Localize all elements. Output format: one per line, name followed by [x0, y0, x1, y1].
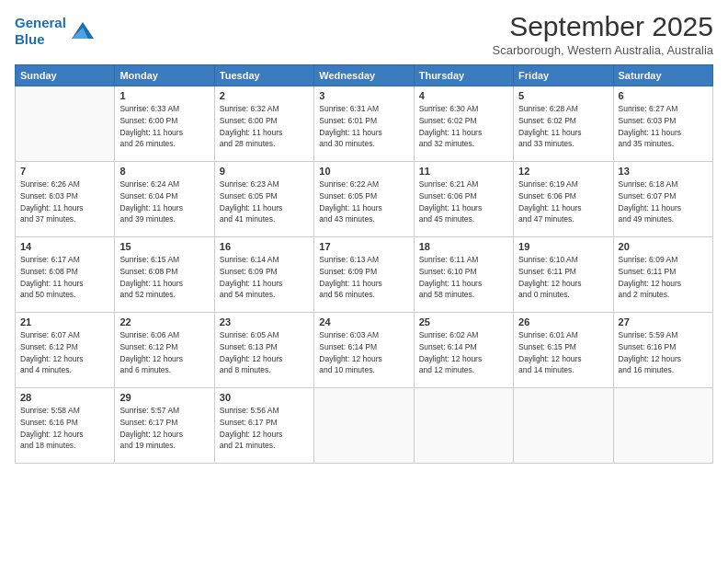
day-info: Sunrise: 6:01 AM Sunset: 6:15 PM Dayligh…: [518, 329, 608, 376]
day-info: Sunrise: 5:58 AM Sunset: 6:16 PM Dayligh…: [20, 405, 109, 452]
calendar-cell: 29Sunrise: 5:57 AM Sunset: 6:17 PM Dayli…: [115, 388, 214, 464]
day-number: 9: [220, 166, 309, 177]
calendar-cell: 7Sunrise: 6:26 AM Sunset: 6:03 PM Daylig…: [16, 162, 115, 237]
day-info: Sunrise: 6:09 AM Sunset: 6:11 PM Dayligh…: [619, 254, 708, 301]
day-number: 26: [518, 316, 608, 327]
calendar-cell: 27Sunrise: 5:59 AM Sunset: 6:16 PM Dayli…: [613, 313, 712, 388]
day-number: 11: [419, 166, 508, 177]
calendar-cell: 26Sunrise: 6:01 AM Sunset: 6:15 PM Dayli…: [514, 313, 613, 388]
calendar-week-row: 14Sunrise: 6:17 AM Sunset: 6:08 PM Dayli…: [16, 237, 713, 313]
subtitle: Scarborough, Western Australia, Australi…: [493, 43, 713, 57]
day-number: 6: [619, 90, 708, 101]
page: General Blue September 2025 Scarborough,…: [0, 0, 728, 563]
calendar-header-friday: Friday: [514, 65, 613, 86]
title-block: September 2025 Scarborough, Western Aust…: [493, 11, 713, 57]
calendar-cell: 2Sunrise: 6:32 AM Sunset: 6:00 PM Daylig…: [214, 86, 313, 162]
day-info: Sunrise: 6:13 AM Sunset: 6:09 PM Dayligh…: [319, 254, 408, 301]
day-number: 23: [220, 316, 309, 327]
calendar-cell: [613, 388, 712, 464]
month-title: September 2025: [493, 11, 713, 41]
calendar-cell: 14Sunrise: 6:17 AM Sunset: 6:08 PM Dayli…: [16, 237, 115, 313]
day-number: 3: [319, 90, 408, 101]
day-info: Sunrise: 6:22 AM Sunset: 6:05 PM Dayligh…: [319, 178, 408, 225]
header: General Blue September 2025 Scarborough,…: [15, 11, 713, 57]
calendar-cell: 16Sunrise: 6:14 AM Sunset: 6:09 PM Dayli…: [214, 237, 313, 313]
day-number: 15: [119, 241, 209, 252]
calendar-header-sunday: Sunday: [16, 65, 115, 86]
calendar-header-row: SundayMondayTuesdayWednesdayThursdayFrid…: [16, 65, 713, 86]
day-number: 28: [20, 392, 109, 403]
calendar-week-row: 1Sunrise: 6:33 AM Sunset: 6:00 PM Daylig…: [16, 86, 713, 162]
day-info: Sunrise: 6:11 AM Sunset: 6:10 PM Dayligh…: [419, 254, 508, 301]
day-number: 21: [20, 316, 109, 327]
day-info: Sunrise: 6:27 AM Sunset: 6:03 PM Dayligh…: [619, 103, 708, 150]
calendar-cell: 1Sunrise: 6:33 AM Sunset: 6:00 PM Daylig…: [115, 86, 214, 162]
day-info: Sunrise: 6:30 AM Sunset: 6:02 PM Dayligh…: [419, 103, 508, 150]
calendar-cell: 13Sunrise: 6:18 AM Sunset: 6:07 PM Dayli…: [613, 162, 712, 237]
day-info: Sunrise: 6:26 AM Sunset: 6:03 PM Dayligh…: [20, 178, 109, 225]
day-number: 18: [419, 241, 508, 252]
calendar-cell: 24Sunrise: 6:03 AM Sunset: 6:14 PM Dayli…: [314, 313, 414, 388]
calendar-cell: 28Sunrise: 5:58 AM Sunset: 6:16 PM Dayli…: [16, 388, 115, 464]
calendar-cell: 4Sunrise: 6:30 AM Sunset: 6:02 PM Daylig…: [414, 86, 513, 162]
calendar-cell: 10Sunrise: 6:22 AM Sunset: 6:05 PM Dayli…: [314, 162, 414, 237]
calendar-cell: [314, 388, 414, 464]
calendar-cell: 21Sunrise: 6:07 AM Sunset: 6:12 PM Dayli…: [16, 313, 115, 388]
day-info: Sunrise: 6:14 AM Sunset: 6:09 PM Dayligh…: [220, 254, 309, 301]
calendar-cell: 18Sunrise: 6:11 AM Sunset: 6:10 PM Dayli…: [414, 237, 513, 313]
day-info: Sunrise: 6:06 AM Sunset: 6:12 PM Dayligh…: [119, 329, 209, 376]
calendar-cell: 8Sunrise: 6:24 AM Sunset: 6:04 PM Daylig…: [115, 162, 214, 237]
calendar-cell: 3Sunrise: 6:31 AM Sunset: 6:01 PM Daylig…: [314, 86, 414, 162]
day-number: 17: [319, 241, 408, 252]
day-number: 5: [518, 90, 608, 101]
day-number: 25: [419, 316, 508, 327]
calendar-cell: 15Sunrise: 6:15 AM Sunset: 6:08 PM Dayli…: [115, 237, 214, 313]
day-info: Sunrise: 6:19 AM Sunset: 6:06 PM Dayligh…: [518, 178, 608, 225]
calendar-table: SundayMondayTuesdayWednesdayThursdayFrid…: [15, 64, 713, 464]
calendar-week-row: 7Sunrise: 6:26 AM Sunset: 6:03 PM Daylig…: [16, 162, 713, 237]
day-number: 22: [119, 316, 209, 327]
day-number: 16: [220, 241, 309, 252]
day-info: Sunrise: 6:23 AM Sunset: 6:05 PM Dayligh…: [220, 178, 309, 225]
calendar-cell: 23Sunrise: 6:05 AM Sunset: 6:13 PM Dayli…: [214, 313, 313, 388]
calendar-cell: 30Sunrise: 5:56 AM Sunset: 6:17 PM Dayli…: [214, 388, 313, 464]
day-info: Sunrise: 6:03 AM Sunset: 6:14 PM Dayligh…: [319, 329, 408, 376]
calendar-cell: 19Sunrise: 6:10 AM Sunset: 6:11 PM Dayli…: [514, 237, 613, 313]
day-number: 12: [518, 166, 608, 177]
calendar-cell: 17Sunrise: 6:13 AM Sunset: 6:09 PM Dayli…: [314, 237, 414, 313]
calendar-cell: [16, 86, 115, 162]
day-info: Sunrise: 6:21 AM Sunset: 6:06 PM Dayligh…: [419, 178, 508, 225]
day-info: Sunrise: 6:31 AM Sunset: 6:01 PM Dayligh…: [319, 103, 408, 150]
calendar-header-thursday: Thursday: [414, 65, 513, 86]
calendar-cell: 22Sunrise: 6:06 AM Sunset: 6:12 PM Dayli…: [115, 313, 214, 388]
day-number: 10: [319, 166, 408, 177]
calendar-week-row: 28Sunrise: 5:58 AM Sunset: 6:16 PM Dayli…: [16, 388, 713, 464]
day-number: 7: [20, 166, 109, 177]
calendar-header-saturday: Saturday: [613, 65, 712, 86]
logo: General Blue: [15, 15, 94, 48]
day-number: 29: [119, 392, 209, 403]
day-info: Sunrise: 5:57 AM Sunset: 6:17 PM Dayligh…: [119, 405, 209, 452]
calendar-week-row: 21Sunrise: 6:07 AM Sunset: 6:12 PM Dayli…: [16, 313, 713, 388]
day-number: 8: [119, 166, 209, 177]
calendar-header-wednesday: Wednesday: [314, 65, 414, 86]
day-info: Sunrise: 6:28 AM Sunset: 6:02 PM Dayligh…: [518, 103, 608, 150]
calendar-cell: 11Sunrise: 6:21 AM Sunset: 6:06 PM Dayli…: [414, 162, 513, 237]
day-number: 4: [419, 90, 508, 101]
day-info: Sunrise: 6:24 AM Sunset: 6:04 PM Dayligh…: [119, 178, 209, 225]
calendar-cell: 25Sunrise: 6:02 AM Sunset: 6:14 PM Dayli…: [414, 313, 513, 388]
day-info: Sunrise: 6:15 AM Sunset: 6:08 PM Dayligh…: [119, 254, 209, 301]
day-info: Sunrise: 6:33 AM Sunset: 6:00 PM Dayligh…: [119, 103, 209, 150]
logo-line2: Blue: [15, 31, 45, 47]
calendar-cell: 6Sunrise: 6:27 AM Sunset: 6:03 PM Daylig…: [613, 86, 712, 162]
calendar-cell: [414, 388, 513, 464]
day-number: 14: [20, 241, 109, 252]
calendar-cell: [514, 388, 613, 464]
day-info: Sunrise: 5:56 AM Sunset: 6:17 PM Dayligh…: [220, 405, 309, 452]
day-number: 27: [619, 316, 708, 327]
day-info: Sunrise: 6:17 AM Sunset: 6:08 PM Dayligh…: [20, 254, 109, 301]
day-number: 19: [518, 241, 608, 252]
day-info: Sunrise: 6:32 AM Sunset: 6:00 PM Dayligh…: [220, 103, 309, 150]
day-info: Sunrise: 6:07 AM Sunset: 6:12 PM Dayligh…: [20, 329, 109, 376]
calendar-cell: 9Sunrise: 6:23 AM Sunset: 6:05 PM Daylig…: [214, 162, 313, 237]
